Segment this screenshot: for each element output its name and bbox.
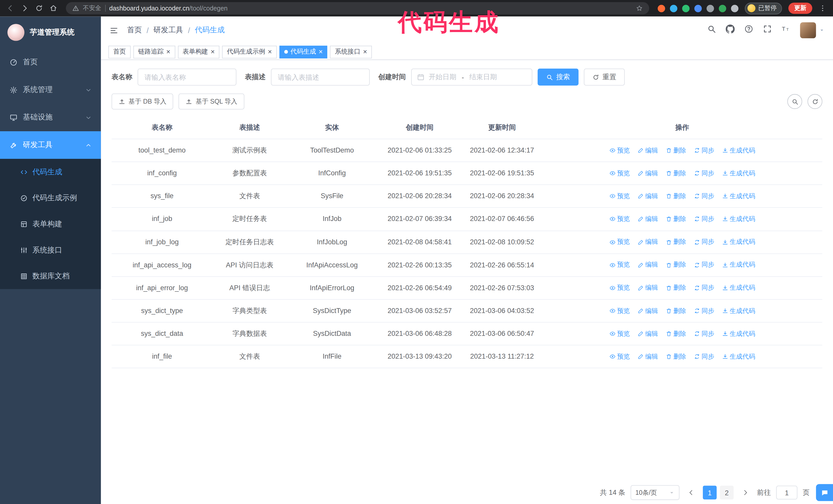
action-generate[interactable]: 生成代码 bbox=[722, 329, 755, 338]
action-preview[interactable]: 预览 bbox=[609, 284, 630, 292]
action-preview[interactable]: 预览 bbox=[609, 352, 630, 361]
action-sync[interactable]: 同步 bbox=[694, 306, 714, 315]
action-edit[interactable]: 编辑 bbox=[637, 352, 658, 361]
user-avatar[interactable] bbox=[800, 22, 816, 38]
search-icon[interactable] bbox=[707, 24, 716, 36]
action-delete[interactable]: 删除 bbox=[665, 215, 686, 223]
sidebar-subitem-codegen-example[interactable]: 代码生成示例 bbox=[0, 185, 101, 211]
page-button-2[interactable]: 2 bbox=[720, 485, 734, 499]
page-size-select[interactable]: 10条/页 bbox=[630, 485, 680, 500]
action-delete[interactable]: 删除 bbox=[665, 329, 686, 338]
action-sync[interactable]: 同步 bbox=[694, 329, 714, 338]
sidebar-item-devtools[interactable]: 研发工具 bbox=[0, 131, 101, 159]
action-preview[interactable]: 预览 bbox=[609, 192, 630, 201]
refresh-icon[interactable] bbox=[35, 4, 43, 12]
action-sync[interactable]: 同步 bbox=[694, 284, 714, 292]
action-preview[interactable]: 预览 bbox=[609, 146, 630, 155]
action-preview[interactable]: 预览 bbox=[609, 215, 630, 223]
action-delete[interactable]: 删除 bbox=[665, 284, 686, 292]
action-sync[interactable]: 同步 bbox=[694, 215, 714, 223]
fullscreen-icon[interactable] bbox=[763, 24, 772, 36]
hamburger-icon[interactable] bbox=[110, 26, 118, 35]
action-edit[interactable]: 编辑 bbox=[637, 215, 658, 223]
sidebar-subitem-api[interactable]: 系统接口 bbox=[0, 237, 101, 263]
github-icon[interactable] bbox=[725, 24, 735, 36]
action-edit[interactable]: 编辑 bbox=[637, 284, 658, 292]
tab-home[interactable]: 首页 bbox=[109, 45, 131, 58]
search-button[interactable]: 搜索 bbox=[538, 68, 579, 86]
action-sync[interactable]: 同步 bbox=[694, 146, 714, 155]
refresh-table-button[interactable] bbox=[808, 94, 823, 109]
close-icon[interactable]: × bbox=[363, 48, 367, 55]
import-db-button[interactable]: 基于 DB 导入 bbox=[112, 94, 173, 110]
action-delete[interactable]: 删除 bbox=[665, 169, 686, 178]
action-preview[interactable]: 预览 bbox=[609, 238, 630, 247]
goto-page-input[interactable] bbox=[776, 485, 798, 499]
action-sync[interactable]: 同步 bbox=[694, 238, 714, 247]
people-extension-icon[interactable] bbox=[694, 5, 701, 12]
close-icon[interactable]: × bbox=[166, 48, 170, 55]
action-preview[interactable]: 预览 bbox=[609, 329, 630, 338]
address-bar[interactable]: 不安全 dashboard.yudao.iocoder.cn/tool/code… bbox=[66, 2, 649, 14]
action-generate[interactable]: 生成代码 bbox=[722, 146, 755, 155]
star-icon[interactable] bbox=[636, 5, 643, 12]
action-delete[interactable]: 删除 bbox=[665, 238, 686, 247]
table-desc-input[interactable] bbox=[271, 68, 370, 86]
action-edit[interactable]: 编辑 bbox=[637, 306, 658, 315]
page-button-1[interactable]: 1 bbox=[703, 485, 717, 499]
back-icon[interactable] bbox=[6, 4, 14, 12]
update-button[interactable]: 更新 bbox=[788, 3, 812, 14]
action-delete[interactable]: 删除 bbox=[665, 352, 686, 361]
postman-extension-icon[interactable] bbox=[658, 5, 665, 12]
action-edit[interactable]: 编辑 bbox=[637, 261, 658, 269]
action-preview[interactable]: 预览 bbox=[609, 261, 630, 269]
tab-tracer[interactable]: 链路追踪× bbox=[133, 45, 175, 58]
close-icon[interactable]: × bbox=[211, 48, 215, 55]
create-time-range-picker[interactable]: 开始日期 - 结束日期 bbox=[411, 68, 532, 86]
close-icon[interactable]: × bbox=[268, 48, 272, 55]
breadcrumb-item[interactable]: 代码生成 bbox=[195, 25, 224, 35]
sidebar-item-system[interactable]: 系统管理 bbox=[0, 76, 101, 103]
prev-page-button[interactable] bbox=[685, 485, 698, 499]
float-action-button[interactable] bbox=[816, 484, 833, 501]
action-preview[interactable]: 预览 bbox=[609, 169, 630, 178]
puzzle-extension-icon[interactable] bbox=[731, 5, 738, 12]
table-name-input[interactable] bbox=[138, 68, 237, 86]
action-generate[interactable]: 生成代码 bbox=[722, 284, 755, 292]
sidebar-item-home[interactable]: 首页 bbox=[0, 48, 101, 76]
profile-paused-badge[interactable]: 已暂停 bbox=[744, 2, 782, 14]
breadcrumb-item[interactable]: 研发工具 bbox=[153, 25, 183, 35]
action-generate[interactable]: 生成代码 bbox=[722, 261, 755, 269]
leaf-extension-icon[interactable] bbox=[718, 5, 726, 12]
browser-menu-icon[interactable] bbox=[819, 4, 827, 12]
breadcrumb-item[interactable]: 首页 bbox=[127, 25, 142, 35]
forward-icon[interactable] bbox=[21, 4, 29, 12]
action-delete[interactable]: 删除 bbox=[665, 146, 686, 155]
action-edit[interactable]: 编辑 bbox=[637, 238, 658, 247]
action-preview[interactable]: 预览 bbox=[609, 306, 630, 315]
action-edit[interactable]: 编辑 bbox=[637, 329, 658, 338]
action-delete[interactable]: 删除 bbox=[665, 261, 686, 269]
action-edit[interactable]: 编辑 bbox=[637, 146, 658, 155]
font-size-icon[interactable]: TT bbox=[782, 24, 790, 36]
tab-api[interactable]: 系统接口× bbox=[330, 45, 372, 58]
action-sync[interactable]: 同步 bbox=[694, 261, 714, 269]
action-generate[interactable]: 生成代码 bbox=[722, 352, 755, 361]
screen-extension-icon[interactable] bbox=[706, 5, 714, 12]
tab-form-builder[interactable]: 表单构建× bbox=[178, 45, 220, 58]
toggle-search-button[interactable] bbox=[787, 94, 802, 109]
import-sql-button[interactable]: 基于 SQL 导入 bbox=[178, 94, 244, 110]
action-delete[interactable]: 删除 bbox=[665, 306, 686, 315]
tab-codegen[interactable]: 代码生成× bbox=[279, 45, 328, 58]
home-icon[interactable] bbox=[49, 4, 57, 12]
close-icon[interactable]: × bbox=[318, 48, 323, 55]
action-sync[interactable]: 同步 bbox=[694, 169, 714, 178]
avatar-caret-icon[interactable] bbox=[819, 28, 825, 33]
sidebar-item-infra[interactable]: 基础设施 bbox=[0, 103, 101, 131]
action-edit[interactable]: 编辑 bbox=[637, 169, 658, 178]
action-generate[interactable]: 生成代码 bbox=[722, 215, 755, 223]
question-icon[interactable] bbox=[744, 24, 753, 36]
action-generate[interactable]: 生成代码 bbox=[722, 192, 755, 201]
action-sync[interactable]: 同步 bbox=[694, 192, 714, 201]
reset-button[interactable]: 重置 bbox=[584, 68, 625, 86]
